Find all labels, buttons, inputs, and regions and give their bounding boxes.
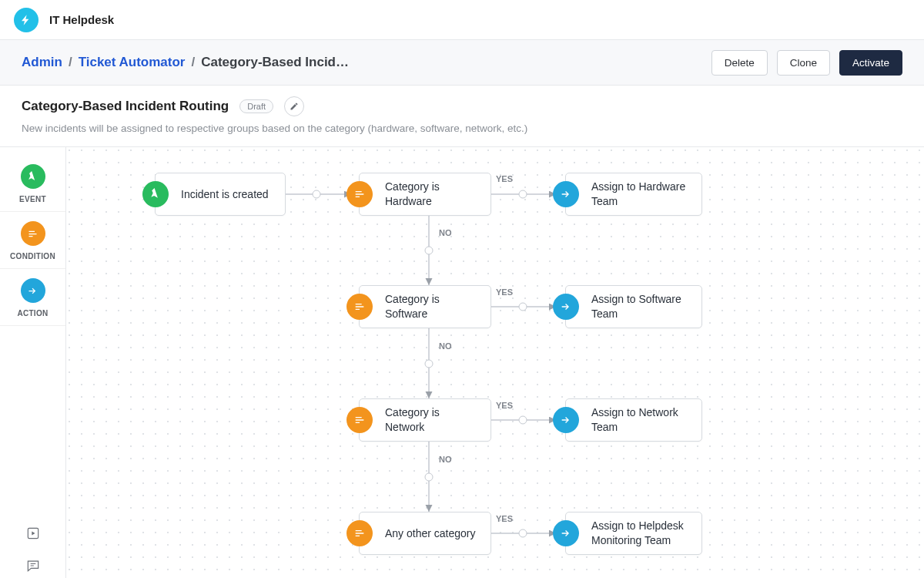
svg-point-6	[425, 247, 433, 254]
node-action-network[interactable]: Assign to Network Team	[565, 398, 702, 442]
edit-title-button[interactable]	[284, 96, 304, 116]
clone-button[interactable]: Clone	[777, 50, 830, 76]
action-icon	[553, 407, 579, 433]
activate-button[interactable]: Activate	[839, 50, 902, 76]
node-action-software[interactable]: Assign to Software Team	[565, 285, 702, 328]
condition-icon	[346, 407, 373, 433]
node-label: Assign to Helpdesk Monitoring Team	[591, 519, 689, 548]
node-event[interactable]: Incident is created	[155, 173, 286, 216]
node-label: Assign to Software Team	[591, 292, 689, 321]
palette-label: ACTION	[17, 309, 48, 318]
node-condition-other[interactable]: Any other category	[359, 512, 491, 555]
action-icon	[553, 520, 579, 546]
node-action-hardware[interactable]: Assign to Hardware Team	[565, 173, 702, 216]
svg-point-12	[519, 416, 527, 424]
breadcrumb-link-admin[interactable]: Admin	[22, 55, 62, 70]
palette-event[interactable]: EVENT	[0, 155, 65, 212]
condition-icon	[346, 181, 373, 207]
edge-label-yes: YES	[496, 401, 513, 410]
condition-icon	[21, 221, 45, 246]
header-actions: Delete Clone Activate	[711, 50, 902, 76]
node-condition-network[interactable]: Category is Network	[359, 398, 491, 442]
breadcrumb-link-automator[interactable]: Ticket Automator	[79, 55, 186, 70]
palette-label: CONDITION	[10, 252, 55, 260]
svg-point-2	[313, 190, 320, 198]
edge-label-yes: YES	[496, 174, 513, 183]
main-area: EVENT CONDITION ACTION	[0, 147, 924, 578]
svg-point-14	[425, 473, 433, 481]
help-chat-icon[interactable]	[25, 558, 41, 576]
brand-title: IT Helpdesk	[49, 13, 114, 26]
pencil-icon	[290, 102, 299, 111]
status-badge: Draft	[239, 99, 273, 113]
edge-label-no: NO	[439, 341, 452, 351]
node-label: Incident is created	[181, 187, 269, 202]
page-title: Category-Based Incident Routing	[22, 99, 229, 114]
edge-label-yes: YES	[496, 287, 513, 297]
play-tutorial-icon[interactable]	[25, 526, 41, 544]
palette-action[interactable]: ACTION	[0, 269, 65, 326]
action-icon	[21, 278, 45, 303]
lightning-icon	[20, 14, 32, 26]
workflow-canvas[interactable]: YES NO YES NO YES NO YES Incident is cre…	[66, 147, 924, 578]
palette-sidebar: EVENT CONDITION ACTION	[0, 147, 66, 578]
condition-icon	[346, 294, 373, 320]
event-icon	[21, 164, 45, 189]
svg-point-4	[519, 190, 527, 198]
node-condition-software[interactable]: Category is Software	[359, 285, 491, 328]
action-icon	[553, 294, 579, 320]
node-label: Category is Software	[385, 292, 478, 321]
edge-label-yes: YES	[496, 514, 513, 523]
page-description: New incidents will be assigned to respec…	[22, 123, 902, 134]
svg-point-8	[519, 303, 527, 311]
breadcrumb-sep: /	[191, 55, 195, 70]
delete-button[interactable]: Delete	[711, 50, 768, 76]
palette-label: EVENT	[19, 195, 46, 203]
title-strip: Category-Based Incident Routing Draft Ne…	[0, 86, 924, 147]
node-condition-hardware[interactable]: Category is Hardware	[359, 173, 491, 216]
condition-icon	[346, 520, 373, 546]
node-label: Category is Network	[385, 405, 478, 435]
svg-point-16	[519, 529, 527, 537]
event-icon	[142, 181, 169, 207]
action-icon	[553, 181, 579, 207]
node-label: Category is Hardware	[385, 180, 478, 209]
brand-logo	[14, 8, 38, 32]
breadcrumb: Admin / Ticket Automator / Category-Base…	[22, 55, 349, 70]
brand-bar: IT Helpdesk	[0, 0, 924, 40]
node-label: Assign to Network Team	[591, 405, 689, 435]
breadcrumb-current: Category-Based Incid…	[201, 55, 349, 70]
breadcrumb-bar: Admin / Ticket Automator / Category-Base…	[0, 40, 924, 86]
svg-point-10	[425, 360, 433, 368]
node-label: Any other category	[385, 526, 476, 541]
palette-condition[interactable]: CONDITION	[0, 212, 65, 269]
edge-label-no: NO	[439, 228, 452, 237]
node-label: Assign to Hardware Team	[591, 180, 689, 209]
node-action-helpdesk[interactable]: Assign to Helpdesk Monitoring Team	[565, 512, 702, 555]
breadcrumb-sep: /	[69, 55, 72, 70]
edge-label-no: NO	[439, 455, 452, 464]
